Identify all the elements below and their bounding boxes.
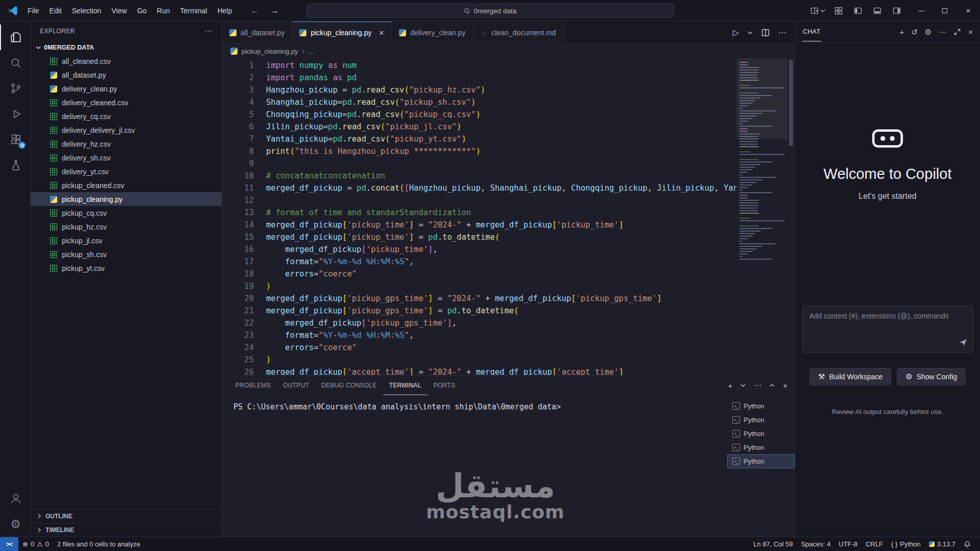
code-line-9[interactable]: 9 (222, 157, 736, 170)
outline-section[interactable]: OUTLINE (31, 509, 222, 523)
code-line-2[interactable]: 2import pandas as pd (222, 72, 736, 84)
language-mode[interactable]: { } Python (887, 537, 925, 551)
analyze-status[interactable]: 2 files and 0 cells to analyze (53, 537, 145, 551)
new-chat-icon[interactable]: + (899, 28, 904, 36)
chat-input[interactable]: Add context (#), extensions (@), command… (802, 306, 973, 353)
code-line-1[interactable]: 1import numpy as num (222, 59, 736, 72)
tab-clean_document.md[interactable]: ↓clean_document.md (473, 21, 564, 43)
file-pickup_cq.csv[interactable]: pickup_cq.csv (31, 206, 222, 220)
menu-terminal[interactable]: Terminal (175, 0, 212, 21)
search-sidebar-icon[interactable] (0, 50, 30, 76)
file-pickup_cleaned.csv[interactable]: pickup_cleaned.csv (31, 178, 222, 192)
run-python-file-icon[interactable]: ▷ (733, 28, 739, 37)
split-editor-icon[interactable] (761, 29, 770, 37)
panel-tab-ports[interactable]: PORTS (427, 376, 462, 395)
file-delivery_cleaned.csv[interactable]: delivery_cleaned.csv (31, 96, 222, 109)
file-delivery_delivery_jl.csv[interactable]: delivery_delivery_jl.csv (31, 123, 222, 137)
editor-more-actions-icon[interactable]: ⋯ (778, 28, 786, 37)
code-line-26[interactable]: 26merged_df_pickup['accept_time'] = "202… (222, 366, 736, 375)
file-delivery_clean.py[interactable]: delivery_clean.py (31, 82, 222, 96)
menu-view[interactable]: View (106, 0, 132, 21)
menu-run[interactable]: Run (152, 0, 175, 21)
terminal-dropdown-chevron-icon[interactable] (740, 384, 746, 387)
run-debug-icon[interactable] (0, 101, 30, 127)
close-chat-icon[interactable]: × (968, 28, 973, 36)
tab-all_dataset.py[interactable]: all_dataset.py (222, 21, 292, 43)
send-icon[interactable] (959, 338, 967, 348)
code-line-16[interactable]: 16 merged_df_pickup['pickup_time'], (222, 243, 736, 256)
expand-chat-icon[interactable] (953, 28, 961, 36)
code-line-4[interactable]: 4Shanghai_pickup=pd.read_csv("pickup_sh.… (222, 96, 736, 108)
explorer-icon[interactable] (0, 25, 30, 50)
python-interpreter[interactable]: 3.13.7 (925, 537, 960, 551)
chat-history-icon[interactable]: ↺ (911, 28, 918, 37)
indentation[interactable]: Spaces: 4 (797, 537, 834, 551)
code-line-20[interactable]: 20merged_df_pickup['pickup_gps_time'] = … (222, 292, 736, 305)
minimap-slider[interactable] (736, 58, 787, 139)
customize-layout-icon[interactable] (830, 7, 847, 15)
terminal-output[interactable]: PS C:\Users\ammar\0Courses\data analysis… (222, 395, 727, 537)
scrollbar-thumb[interactable] (789, 60, 793, 146)
panel-tab-terminal[interactable]: TERMINAL (383, 376, 427, 395)
encoding[interactable]: UTF-8 (834, 537, 862, 551)
terminal-session-5[interactable]: >_Python (727, 454, 795, 468)
panel-more-actions-icon[interactable]: ⋯ (754, 381, 761, 390)
file-pickup_sh.csv[interactable]: pickup_sh.csv (31, 247, 222, 261)
file-delivery_cq.csv[interactable]: delivery_cq.csv (31, 109, 222, 123)
notifications-bell-icon[interactable] (960, 537, 975, 551)
panel-tab-output[interactable]: OUTPUT (277, 376, 315, 395)
code-line-12[interactable]: 12 (222, 194, 736, 206)
code-line-25[interactable]: 25) (222, 354, 736, 366)
code-line-13[interactable]: 13# format of time and standarStandardiz… (222, 206, 736, 219)
code-line-6[interactable]: 6Jilin_pickup=pd.read_csv("pickup_jl.csv… (222, 121, 736, 133)
problems-status[interactable]: ⊗ 0 ⚠ 0 (18, 537, 53, 551)
code-line-17[interactable]: 17 format="%Y-%m-%d %H:%M:%S", (222, 256, 736, 268)
toggle-sidebar-icon[interactable] (849, 7, 867, 15)
file-all_dataset.py[interactable]: all_dataset.py (31, 68, 222, 82)
terminal-session-4[interactable]: >_Python (727, 441, 795, 454)
menu-help[interactable]: Help (212, 0, 237, 21)
cursor-position[interactable]: Ln 87, Col 59 (749, 537, 797, 551)
timeline-section[interactable]: TIMELINE (31, 523, 222, 537)
menu-file[interactable]: File (22, 0, 44, 21)
terminal-session-2[interactable]: >_Python (727, 413, 795, 427)
terminal-session-1[interactable]: >_Python (727, 399, 795, 413)
show-config-button[interactable]: ⚙ Show Config (897, 368, 966, 385)
close-window-button[interactable]: × (957, 0, 980, 21)
run-dropdown-chevron-icon[interactable] (748, 31, 753, 34)
eol-sequence[interactable]: CRLF (862, 537, 887, 551)
code-line-19[interactable]: 19) (222, 280, 736, 292)
minimap[interactable] (736, 58, 787, 375)
code-line-11[interactable]: 11merged_df_pickup = pd.concat([Hangzhou… (222, 182, 736, 194)
breadcrumb[interactable]: pickup_cleaning.py › ... (222, 44, 795, 58)
maximize-panel-icon[interactable] (770, 384, 775, 387)
code-lines[interactable]: 1import numpy as num2import pandas as pd… (222, 58, 736, 375)
panel-tab-debug-console[interactable]: DEBUG CONSOLE (315, 376, 383, 395)
code-line-18[interactable]: 18 errors="coerce" (222, 268, 736, 280)
code-line-14[interactable]: 14merged_df_pickup['pickup_time'] = "202… (222, 219, 736, 231)
panel-tab-problems[interactable]: PROBLEMS (229, 376, 277, 395)
code-line-23[interactable]: 23 format="%Y-%m-%d %H:%M:%S", (222, 329, 736, 341)
chat-tab[interactable]: CHAT (802, 22, 821, 41)
menu-selection[interactable]: Selection (67, 0, 107, 21)
code-line-22[interactable]: 22 merged_df_pickup['pickup_gps_time'], (222, 317, 736, 329)
remote-indicator[interactable]: >< (0, 537, 18, 551)
code-line-10[interactable]: 10# concatanatconcatenation (222, 170, 736, 182)
chat-more-actions-icon[interactable]: ⋯ (939, 28, 946, 37)
toggle-secondary-sidebar-icon[interactable] (888, 7, 905, 15)
extensions-icon[interactable] (0, 127, 30, 152)
file-delivery_sh.csv[interactable]: delivery_sh.csv (31, 151, 222, 165)
code-line-5[interactable]: 5Chongqing_pickup=pd.read_csv("pickup_cq… (222, 108, 736, 121)
terminal-session-3[interactable]: >_Python (727, 427, 795, 441)
menu-go[interactable]: Go (132, 0, 152, 21)
code-line-15[interactable]: 15merged_df_pickup['pickup_time'] = pd.t… (222, 231, 736, 243)
close-tab-icon[interactable]: ✕ (379, 29, 385, 37)
close-panel-icon[interactable]: × (783, 381, 787, 390)
file-pickup_yt.csv[interactable]: pickup_yt.csv (31, 261, 222, 275)
forward-arrow-icon[interactable]: → (270, 6, 279, 16)
minimize-button[interactable]: ─ (910, 0, 933, 21)
back-arrow-icon[interactable]: ← (250, 6, 259, 16)
build-workspace-button[interactable]: ⚒ Build Workspace (809, 368, 891, 385)
file-all_cleaned.csv[interactable]: all_cleaned.csv (31, 54, 222, 68)
tab-pickup_cleaning.py[interactable]: pickup_cleaning.py✕ (292, 21, 392, 43)
